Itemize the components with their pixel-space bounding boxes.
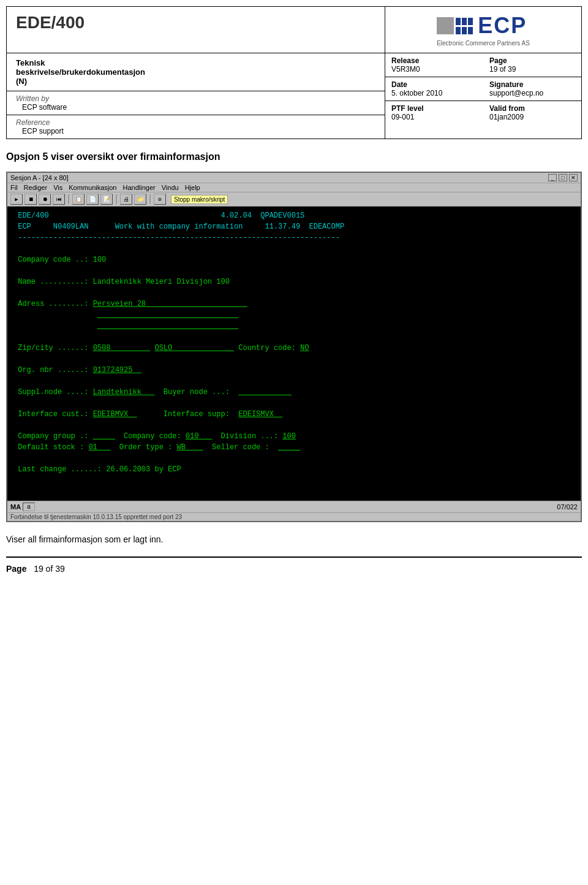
screen-line-last-change: Last change ......: 26.06.2003 by ECP: [13, 464, 575, 475]
logo-bar-row2: [456, 27, 473, 34]
maximize-button[interactable]: □: [559, 174, 567, 181]
interface-cust-value: EDEIBMVX: [93, 410, 137, 419]
city-value: OSLO: [154, 344, 234, 352]
logo-square-gray: [437, 17, 454, 34]
logo-bar: [456, 27, 461, 34]
logo: ECP Electronic Commerce Partners AS: [437, 13, 530, 47]
header-title-area: EDE/400: [7, 7, 385, 53]
screen-line-8: [13, 354, 575, 365]
screen-line-6: [13, 287, 575, 298]
suppl-value: Landteknikk: [93, 388, 155, 397]
section-heading: Opsjon 5 viser oversikt over firmainform…: [6, 151, 582, 162]
terminal-controls[interactable]: _ □ ✕: [548, 174, 578, 181]
toolbar-btn-3[interactable]: ⏺: [39, 194, 51, 205]
footer-label: Page: [6, 564, 26, 574]
adress-blank1: ________________________________: [97, 311, 238, 319]
doc-title-line2: beskrivelse/brukerdokumentasjon: [16, 67, 145, 77]
toolbar-btn-6[interactable]: 📄: [86, 194, 99, 205]
terminal-titlebar: Sesjon A - [24 x 80] _ □ ✕: [7, 173, 581, 183]
comp-code2-value: 010: [186, 432, 212, 441]
ptf-valid-row: PTF level 09-001 Valid from 01jan2009: [385, 101, 581, 124]
footer: Page 19 of 39: [6, 556, 582, 574]
release-section: Release V5R3M0: [391, 56, 477, 74]
screen-line-3: ----------------------------------------…: [13, 232, 575, 243]
menu-fil[interactable]: Fil: [10, 184, 18, 191]
page-section: Page 19 of 39: [489, 56, 575, 74]
menu-rediger[interactable]: Rediger: [24, 184, 48, 191]
logo-subtitle: Electronic Commerce Partners AS: [437, 40, 530, 47]
status-left: MA a: [10, 503, 35, 511]
main-content: Opsjon 5 viser oversikt over firmainform…: [6, 151, 582, 544]
screen-line-2: ECP N0409LAN Work with company informati…: [13, 221, 575, 232]
toolbar-btn-8[interactable]: 🖨: [120, 194, 132, 205]
seller-code-value: _____: [278, 443, 300, 452]
date-label: Date: [391, 80, 477, 89]
logo-blue-bars: [456, 18, 473, 34]
menu-kommunikasjon[interactable]: Kommunikasjon: [69, 184, 116, 191]
valid-section: Valid from 01jan2009: [489, 104, 575, 121]
country-value: NO: [300, 344, 309, 352]
toolbar-btn-1[interactable]: ▶: [10, 194, 23, 205]
division-value: 100: [282, 432, 296, 441]
default-stock-value: 01: [88, 443, 110, 452]
page-title: EDE/400: [16, 13, 375, 32]
toolbar-separator-3: [149, 194, 151, 204]
logo-bar: [462, 27, 467, 34]
screen-line-zip: Zip/city ......: 0508 OSLO Country code:…: [13, 343, 575, 354]
screen-line-7: [13, 332, 575, 343]
toolbar-btn-4[interactable]: ⏮: [53, 194, 65, 205]
header-top: EDE/400: [7, 7, 581, 53]
interface-supp-value: EDEISMVX: [238, 410, 282, 419]
doc-title-line3: (N): [16, 77, 27, 86]
screen-line-default-stock: Default stock : 01 Order type : WB Selle…: [13, 442, 575, 453]
screen-line-company-group: Company group .: _____ Company code: 010…: [13, 431, 575, 442]
reference-value: ECP support: [16, 127, 64, 135]
doc-info-left: Teknisk beskrivelse/brukerdokumentasjon …: [7, 53, 385, 139]
page-label: Page: [489, 56, 575, 65]
valid-label: Valid from: [489, 104, 575, 113]
screen-line-interface: Interface cust.: EDEIBMVX Interface supp…: [13, 409, 575, 420]
doc-title-row: Teknisk beskrivelse/brukerdokumentasjon …: [7, 53, 385, 91]
toolbar-btn-5[interactable]: 📋: [72, 194, 85, 205]
screen-line-adress2: ________________________________: [13, 310, 575, 321]
ptf-value: 09-001: [391, 113, 477, 121]
doc-info-right: Release V5R3M0 Page 19 of 39 Date 5. okt…: [385, 53, 581, 139]
header-outer: EDE/400: [6, 6, 582, 139]
toolbar-separator-1: [68, 194, 69, 204]
valid-value: 01jan2009: [489, 113, 575, 121]
toolbar-btn-2[interactable]: ⏹: [24, 194, 37, 205]
description-text: Viser all firmainformasjon som er lagt i…: [6, 534, 582, 544]
release-page-row: Release V5R3M0 Page 19 of 39: [385, 53, 581, 77]
signature-label: Signature: [489, 80, 575, 89]
header-logo-area: ECP Electronic Commerce Partners AS: [385, 7, 581, 53]
toolbar-btn-9[interactable]: 📁: [134, 194, 146, 205]
stoppa-label: Stopp makro/skript: [171, 195, 228, 204]
page-value: 19 of 39: [489, 65, 575, 74]
signature-section: Signature support@ecp.no: [489, 80, 575, 97]
menu-hjelp[interactable]: Hjelp: [185, 184, 200, 191]
reference-row: Reference ECP support: [7, 115, 385, 139]
release-value: V5R3M0: [391, 65, 477, 74]
menu-vindu[interactable]: Vindu: [162, 184, 179, 191]
status-input-value: a: [27, 503, 31, 510]
terminal-connbar: Forbindelse til tjenestemaskin 10.0.13.1…: [7, 512, 581, 521]
terminal-window: Sesjon A - [24 x 80] _ □ ✕ Fil Rediger V…: [6, 172, 582, 522]
screen-line-adress: Adress ........: Persveien 28: [13, 298, 575, 310]
screen-line-13: [13, 475, 575, 486]
status-right: 07/022: [557, 503, 578, 511]
org-value: 913724925: [93, 366, 141, 374]
written-by-label: Written by: [16, 94, 67, 103]
written-by-row: Written by ECP software: [7, 91, 385, 115]
toolbar-btn-7[interactable]: 📝: [100, 194, 113, 205]
doc-title-content: Teknisk beskrivelse/brukerdokumentasjon …: [16, 58, 145, 86]
menu-handlinger[interactable]: Handlinger: [123, 184, 156, 191]
toolbar-btn-10[interactable]: ⚙: [154, 194, 166, 205]
zip-value: 0508: [93, 344, 151, 352]
ptf-section: PTF level 09-001: [391, 104, 477, 121]
status-input-box[interactable]: a: [23, 503, 35, 511]
close-button[interactable]: ✕: [569, 174, 578, 181]
order-type-value: WB: [176, 443, 203, 452]
screen-line-1: EDE/400 4.02.04 QPADEV001S: [13, 210, 575, 221]
menu-vis[interactable]: Vis: [53, 184, 62, 191]
minimize-button[interactable]: _: [548, 174, 557, 181]
